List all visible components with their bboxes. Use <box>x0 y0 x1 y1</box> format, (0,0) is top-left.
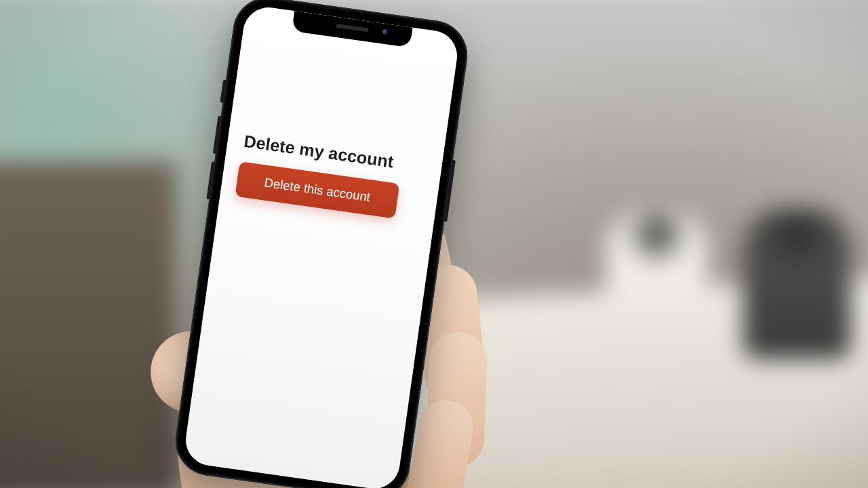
delete-account-button[interactable]: Delete this account <box>235 161 399 219</box>
delete-account-section: Delete my account Delete this account <box>235 131 428 222</box>
stage: Delete my account Delete this account <box>0 0 868 488</box>
speaker-icon <box>336 24 368 33</box>
front-camera-icon <box>382 28 389 36</box>
